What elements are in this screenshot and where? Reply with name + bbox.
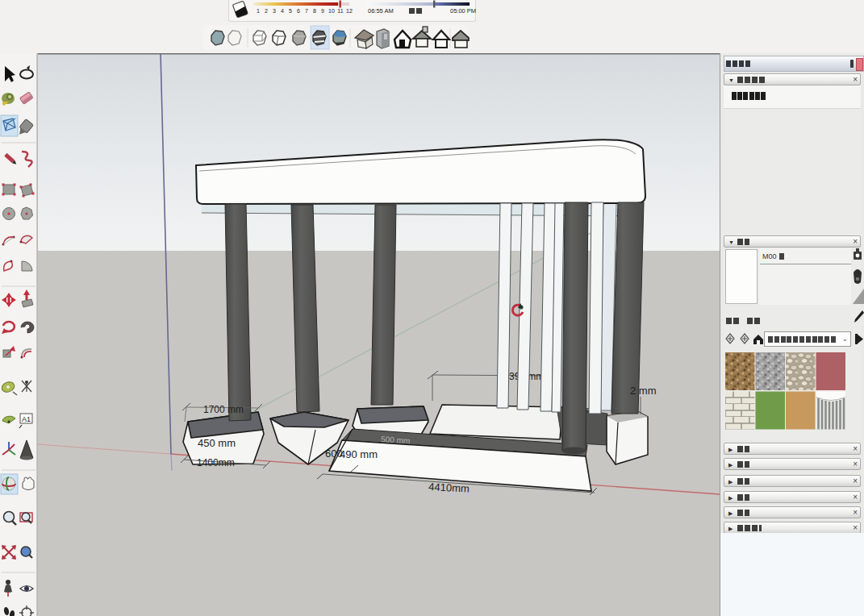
svg-text:A1: A1 — [22, 415, 31, 423]
svg-text:8: 8 — [313, 8, 316, 14]
svg-text:2: 2 — [265, 8, 268, 14]
svg-text:490 mm: 490 mm — [340, 448, 378, 460]
svg-text:11: 11 — [337, 8, 343, 14]
svg-text:1700 mm: 1700 mm — [203, 404, 244, 415]
svg-text:4: 4 — [281, 8, 284, 14]
svg-text:10: 10 — [328, 8, 335, 14]
svg-text:12: 12 — [346, 8, 353, 14]
svg-text:1400mm: 1400mm — [197, 457, 235, 468]
svg-text:1: 1 — [257, 8, 260, 14]
svg-text:06:55 AM: 06:55 AM — [368, 7, 394, 15]
svg-text:7: 7 — [305, 8, 308, 14]
svg-text:5: 5 — [289, 8, 292, 14]
svg-text:05:00 PM: 05:00 PM — [450, 7, 476, 15]
svg-text:4410mm: 4410mm — [428, 481, 470, 495]
svg-text:9: 9 — [321, 8, 324, 14]
svg-text:6: 6 — [297, 8, 300, 14]
svg-text:3: 3 — [273, 8, 276, 14]
svg-text:450 mm: 450 mm — [198, 437, 236, 449]
svg-text:2 mm: 2 mm — [630, 385, 657, 397]
